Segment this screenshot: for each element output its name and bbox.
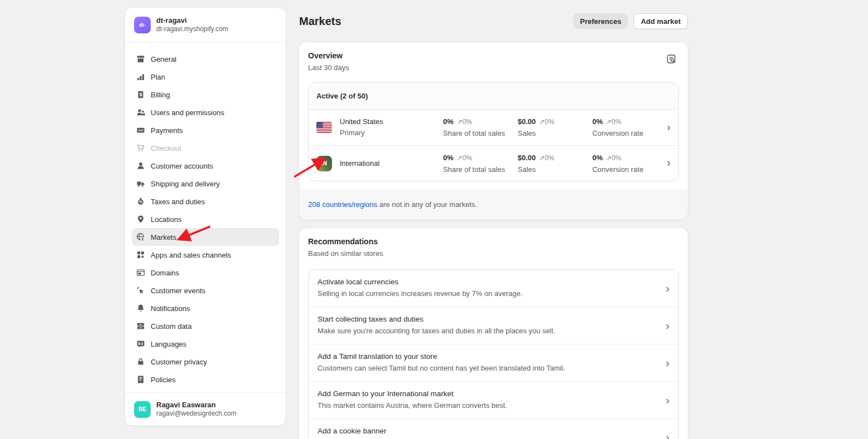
- recommendation-add-german[interactable]: Add German to your International market …: [309, 381, 678, 418]
- plan-icon: [136, 72, 145, 81]
- metric-sales: $0.00↗0% Sales: [518, 117, 592, 138]
- svg-text:%: %: [139, 200, 142, 204]
- recommendation-description: Customers can select Tamil but no conten…: [318, 363, 656, 373]
- market-name: United States: [340, 117, 443, 127]
- recommendation-title: Activate local currencies: [318, 277, 656, 287]
- sidebar-item-customer-accounts[interactable]: Customer accounts: [132, 157, 279, 175]
- user-avatar: RE: [134, 401, 151, 418]
- metric-label: Sales: [518, 129, 592, 138]
- overview-card: Overview Last 30 days Active (2 of 50): [299, 42, 688, 220]
- sidebar-item-plan[interactable]: Plan: [132, 68, 279, 86]
- metric-value: 0%: [443, 154, 454, 162]
- sidebar-item-notifications[interactable]: Notifications: [132, 299, 279, 317]
- metric-delta: ↗0%: [606, 118, 621, 126]
- recommendation-description: Selling in local currencies increases re…: [318, 289, 656, 299]
- active-markets-box: Active (2 of 50): [308, 82, 679, 181]
- market-name: International: [340, 159, 443, 169]
- overview-title: Overview: [308, 51, 679, 60]
- shipping-icon: [136, 179, 145, 188]
- metric-value: 0%: [443, 117, 454, 126]
- svg-text:x̄: x̄: [141, 342, 143, 346]
- sidebar-item-users-and-permissions[interactable]: Users and permissions: [132, 103, 279, 121]
- billing-icon: $: [136, 90, 145, 99]
- sidebar-item-markets[interactable]: $ Markets: [132, 228, 279, 246]
- customer-accounts-icon: [136, 161, 145, 170]
- sidebar-item-label: Checkout: [151, 144, 181, 152]
- sidebar-item-custom-data[interactable]: Custom data: [132, 317, 279, 335]
- settings-nav: General Plan $ Billing Users and permiss…: [125, 42, 286, 393]
- sidebar-item-taxes-and-duties[interactable]: % Taxes and duties: [132, 193, 279, 210]
- sidebar-item-apps-and-sales-channels[interactable]: Apps and sales channels: [132, 246, 279, 264]
- user-footer[interactable]: RE Ragavi Easwaran ragavi@wedesigntech.c…: [125, 392, 286, 426]
- sidebar-item-customer-events[interactable]: Customer events: [132, 282, 279, 299]
- metric-label: Conversion rate: [592, 129, 667, 138]
- store-name: dt-ragavi: [156, 16, 228, 25]
- overview-subtitle: Last 30 days: [308, 63, 679, 72]
- lock-icon: [136, 357, 145, 366]
- market-row-united-states[interactable]: United States Primary 0%↗0% Share of tot…: [309, 110, 678, 145]
- metric-share-of-total-sales: 0%↗0% Share of total sales: [443, 117, 518, 138]
- chevron-right-icon: ›: [666, 432, 669, 439]
- taxes-icon: %: [136, 197, 145, 206]
- sidebar-item-general[interactable]: General: [132, 50, 279, 68]
- metric-label: Share of total sales: [443, 165, 518, 174]
- metric-value: $0.00: [518, 154, 536, 162]
- recommendation-activate-local-currencies[interactable]: Activate local currencies Selling in loc…: [309, 270, 678, 307]
- preferences-button[interactable]: Preferences: [573, 13, 628, 29]
- overview-footer: 208 countries/regions are not in any of …: [299, 189, 688, 220]
- recommendation-title: Start collecting taxes and duties: [318, 314, 656, 324]
- settings-sidebar: dt- dt-ragavi dt-ragavi.myshopify.com Ge…: [125, 8, 286, 426]
- sidebar-item-label: Apps and sales channels: [151, 251, 231, 259]
- sidebar-item-label: Plan: [151, 73, 165, 81]
- sidebar-item-label: Billing: [151, 91, 170, 99]
- recommendation-title: Add a Tamil translation to your store: [318, 352, 656, 362]
- sidebar-item-locations[interactable]: Locations: [132, 210, 279, 228]
- metric-delta: ↗0%: [539, 118, 554, 126]
- locations-icon: [136, 215, 145, 224]
- user-name: Ragavi Easwaran: [156, 401, 236, 410]
- add-market-button[interactable]: Add market: [633, 13, 688, 29]
- metric-share-of-total-sales: 0%↗0% Share of total sales: [443, 153, 518, 174]
- sidebar-item-customer-privacy[interactable]: Customer privacy: [132, 353, 279, 371]
- sidebar-item-billing[interactable]: $ Billing: [132, 86, 279, 103]
- policies-icon: [136, 375, 145, 384]
- metric-delta: ↗0%: [606, 154, 621, 162]
- page-header: Markets Preferences Add market: [299, 12, 688, 30]
- sidebar-item-label: General: [151, 55, 176, 63]
- metric-label: Sales: [518, 165, 592, 174]
- sidebar-item-label: Markets: [151, 233, 176, 241]
- sidebar-item-policies[interactable]: Policies: [132, 371, 279, 388]
- metric-label: Conversion rate: [592, 165, 667, 174]
- recommendation-tamil-translation[interactable]: Add a Tamil translation to your store Cu…: [309, 344, 678, 381]
- recommendations-card: Recommendations Based on similar stores …: [299, 228, 688, 439]
- chevron-right-icon: ›: [666, 320, 669, 331]
- market-row-international[interactable]: IN International 0%↗0% Share of total sa…: [309, 145, 678, 181]
- sidebar-item-label: Custom data: [151, 322, 192, 331]
- domains-icon: [136, 268, 145, 277]
- store-avatar: dt-: [134, 17, 151, 33]
- countries-regions-link[interactable]: 208 countries/regions: [308, 200, 377, 209]
- header-actions: Preferences Add market: [573, 13, 688, 29]
- metric-value: 0%: [592, 154, 603, 162]
- us-flag-icon: [316, 122, 332, 133]
- sidebar-item-shipping-and-delivery[interactable]: Shipping and delivery: [132, 175, 279, 193]
- recommendation-cookie-banner[interactable]: Add a cookie banner Local privacy laws m…: [309, 418, 678, 439]
- metric-label: Share of total sales: [443, 129, 518, 138]
- sidebar-item-domains[interactable]: Domains: [132, 264, 279, 282]
- sidebar-item-label: Users and permissions: [151, 108, 224, 117]
- sidebar-item-payments[interactable]: Payments: [132, 121, 279, 139]
- apps-icon: [136, 250, 145, 259]
- recommendation-collect-taxes-duties[interactable]: Start collecting taxes and duties Make s…: [309, 307, 678, 344]
- sidebar-item-languages[interactable]: Ax̄ Languages: [132, 335, 279, 353]
- sidebar-item-label: Languages: [151, 340, 186, 348]
- recommendation-title: Add German to your International market: [318, 389, 656, 399]
- markets-icon: $: [136, 233, 145, 241]
- report-search-icon[interactable]: [663, 51, 679, 67]
- sidebar-item-label: Notifications: [151, 304, 190, 313]
- recommendation-description: Make sure you're accounting for taxes an…: [318, 326, 656, 336]
- sidebar-item-label: Customer accounts: [151, 162, 213, 170]
- chevron-right-icon: ›: [667, 157, 671, 170]
- metric-delta: ↗0%: [457, 154, 472, 162]
- svg-text:A: A: [138, 342, 141, 346]
- chevron-right-icon: ›: [666, 394, 669, 406]
